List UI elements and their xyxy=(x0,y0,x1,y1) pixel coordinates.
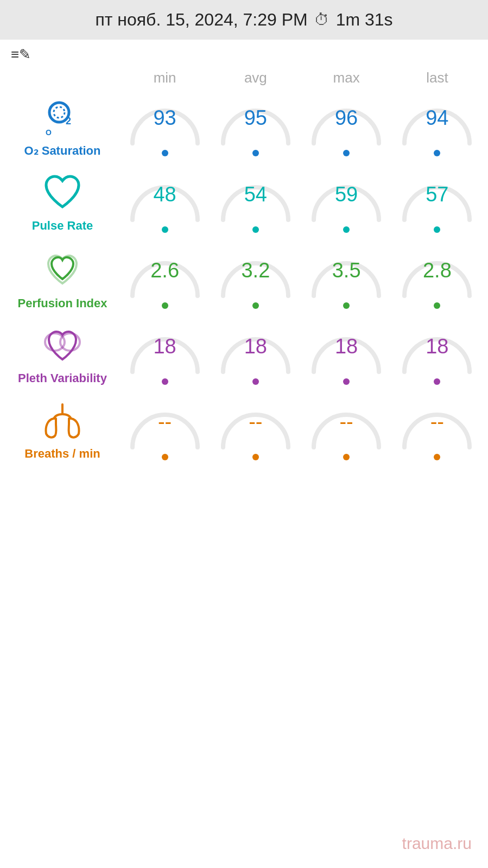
gauge-o2-min: 93 xyxy=(119,99,210,156)
gauge-value-pulse-2: 59 xyxy=(307,183,385,206)
gauge-value-pleth-3: 18 xyxy=(398,335,476,358)
gauge-pulse-max: 59 xyxy=(301,175,392,233)
perfusion-icon xyxy=(43,250,82,293)
gauge-dot-breaths-3 xyxy=(434,454,440,460)
metrics-container: 2 O O₂ Saturation93959694 Pulse Rate4854… xyxy=(0,92,488,472)
col-avg: avg xyxy=(210,69,301,86)
gauge-pleth-avg: 18 xyxy=(210,327,301,385)
gauge-dot-pulse-3 xyxy=(434,226,440,233)
gauge-value-pulse-3: 57 xyxy=(398,183,476,206)
column-headers: min avg max last xyxy=(0,69,488,86)
heart-icon xyxy=(43,174,82,216)
gauge-o2-max: 96 xyxy=(301,99,392,156)
gauge-value-pleth-2: 18 xyxy=(307,335,385,358)
gauge-breaths-avg: -- xyxy=(210,403,301,460)
gauge-dot-o2-1 xyxy=(252,150,259,156)
metric-name-perfusion: Perfusion Index xyxy=(17,296,107,311)
gauge-perfusion-last: 2.8 xyxy=(392,251,483,309)
o2-icon: 2 O xyxy=(43,97,82,141)
gauge-dot-pulse-0 xyxy=(162,226,168,233)
metric-row-breaths: Breaths / min-------- xyxy=(0,397,488,472)
gauge-dot-o2-0 xyxy=(162,150,168,156)
metric-name-pulse: Pulse Rate xyxy=(32,219,93,233)
gauge-value-breaths-1: -- xyxy=(217,410,295,434)
toolbar: ≡✎ xyxy=(0,40,488,69)
gauge-value-pleth-0: 18 xyxy=(126,335,204,358)
gauge-breaths-max: -- xyxy=(301,403,392,460)
gauge-value-pulse-1: 54 xyxy=(217,183,295,206)
metric-name-o2: O₂ Saturation xyxy=(24,144,100,158)
metric-label-perfusion: Perfusion Index xyxy=(5,250,119,311)
gauge-perfusion-avg: 3.2 xyxy=(210,251,301,309)
pleth-icon xyxy=(41,327,84,368)
gauge-dot-breaths-2 xyxy=(343,454,350,460)
gauge-dot-perfusion-2 xyxy=(343,302,350,309)
metric-row-perfusion: Perfusion Index2.63.23.52.8 xyxy=(0,244,488,321)
gauge-dot-pleth-2 xyxy=(343,378,350,385)
gauge-value-perfusion-1: 3.2 xyxy=(217,259,295,282)
gauge-dot-perfusion-1 xyxy=(252,302,259,309)
lungs-icon xyxy=(41,402,84,443)
svg-text:O: O xyxy=(46,128,52,136)
gauge-o2-avg: 95 xyxy=(210,99,301,156)
gauge-dot-pleth-0 xyxy=(162,378,168,385)
gauge-value-breaths-2: -- xyxy=(307,410,385,434)
gauge-dot-pleth-1 xyxy=(252,378,259,385)
gauge-pulse-min: 48 xyxy=(119,175,210,233)
metric-row-o2: 2 O O₂ Saturation93959694 xyxy=(0,92,488,169)
menu-edit-icon[interactable]: ≡✎ xyxy=(11,46,31,63)
gauge-pleth-min: 18 xyxy=(119,327,210,385)
gauge-dot-perfusion-0 xyxy=(162,302,168,309)
header-duration: 1m 31s xyxy=(336,10,393,30)
gauge-pulse-last: 57 xyxy=(392,175,483,233)
gauge-o2-last: 94 xyxy=(392,99,483,156)
metric-label-pleth: Pleth Variability xyxy=(5,327,119,385)
gauge-value-perfusion-0: 2.6 xyxy=(126,259,204,282)
gauge-value-o2-2: 96 xyxy=(307,106,385,130)
gauge-breaths-min: -- xyxy=(119,403,210,460)
clock-icon: ⏱ xyxy=(314,11,329,29)
gauge-perfusion-min: 2.6 xyxy=(119,251,210,309)
col-max: max xyxy=(301,69,392,86)
metric-name-breaths: Breaths / min xyxy=(24,447,100,461)
header: пт нояб. 15, 2024, 7:29 PM ⏱ 1m 31s xyxy=(0,0,488,40)
gauge-value-o2-3: 94 xyxy=(398,106,476,130)
gauge-value-breaths-3: -- xyxy=(398,410,476,434)
gauge-perfusion-max: 3.5 xyxy=(301,251,392,309)
gauge-dot-pleth-3 xyxy=(434,378,440,385)
metric-label-pulse: Pulse Rate xyxy=(5,174,119,233)
gauge-dot-pulse-1 xyxy=(252,226,259,233)
gauge-dot-pulse-2 xyxy=(343,226,350,233)
metric-label-breaths: Breaths / min xyxy=(5,402,119,461)
gauge-dot-breaths-0 xyxy=(162,454,168,460)
gauge-value-o2-0: 93 xyxy=(126,106,204,130)
watermark: trauma.ru xyxy=(402,834,472,853)
gauge-pleth-last: 18 xyxy=(392,327,483,385)
metric-label-o2: 2 O O₂ Saturation xyxy=(5,97,119,158)
gauge-value-breaths-0: -- xyxy=(126,410,204,434)
header-datetime: пт нояб. 15, 2024, 7:29 PM xyxy=(95,10,307,30)
gauge-dot-perfusion-3 xyxy=(434,302,440,309)
gauge-dot-breaths-1 xyxy=(252,454,259,460)
svg-text:2: 2 xyxy=(66,116,71,126)
col-last: last xyxy=(392,69,483,86)
gauge-value-perfusion-3: 2.8 xyxy=(398,259,476,282)
gauge-dot-o2-3 xyxy=(434,150,440,156)
gauge-dot-o2-2 xyxy=(343,150,350,156)
metric-name-pleth: Pleth Variability xyxy=(18,371,107,385)
metric-row-pulse: Pulse Rate48545957 xyxy=(0,169,488,244)
gauge-value-pleth-1: 18 xyxy=(217,335,295,358)
gauge-pulse-avg: 54 xyxy=(210,175,301,233)
gauge-pleth-max: 18 xyxy=(301,327,392,385)
col-min: min xyxy=(119,69,210,86)
gauge-value-perfusion-2: 3.5 xyxy=(307,259,385,282)
gauge-value-o2-1: 95 xyxy=(217,106,295,130)
svg-point-1 xyxy=(54,107,65,118)
gauge-breaths-last: -- xyxy=(392,403,483,460)
gauge-value-pulse-0: 48 xyxy=(126,183,204,206)
metric-row-pleth: Pleth Variability18181818 xyxy=(0,321,488,396)
